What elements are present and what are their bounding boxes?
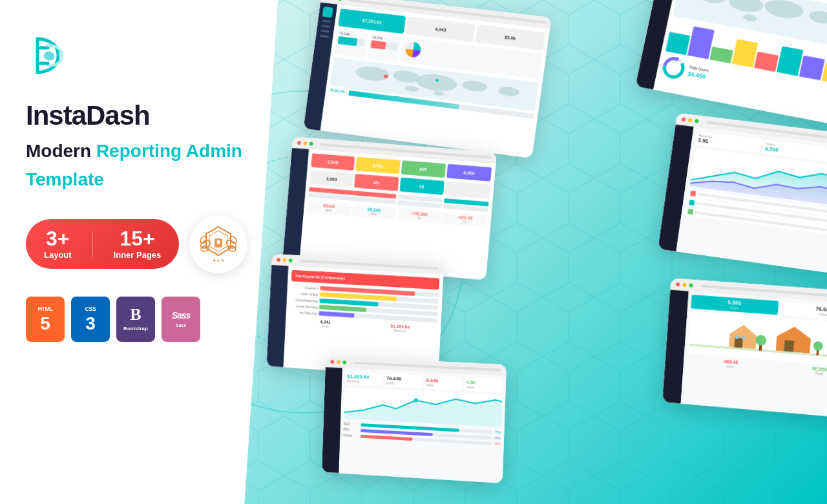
dot-green-7	[342, 361, 346, 364]
card-content-5: Revenue 3.55 Users 4,500 Growth +12%	[658, 125, 827, 281]
dot-green-3	[289, 258, 293, 262]
svg-point-39	[813, 341, 823, 352]
svg-rect-9	[218, 242, 220, 244]
svg-point-14	[415, 72, 459, 94]
svg-rect-34	[742, 336, 746, 339]
pages-count: 15+	[120, 228, 154, 249]
card-content-4: Total Users 34,450	[635, 0, 827, 125]
dot-red-5	[682, 117, 686, 121]
dashboard-card-1: $7,323.54 4,043 $3.6k 76.64k	[303, 0, 551, 158]
dot-green-2	[309, 142, 313, 145]
html5-icon: HTML 5	[26, 297, 65, 342]
brand-logo	[26, 32, 72, 79]
dot-green	[338, 0, 342, 1]
svg-marker-31	[776, 326, 811, 353]
dot-green-5	[695, 119, 699, 123]
dot-red-7	[330, 360, 334, 364]
dot-red-3	[277, 258, 280, 262]
left-panel: InstaDash Modern Reporting Admin Templat…	[0, 0, 278, 504]
main-5: Revenue 3.55 Users 4,500 Growth +12%	[676, 127, 827, 280]
dashboard-card-5: Revenue 3.55 Users 4,500 Growth +12%	[658, 112, 827, 280]
award-badge: ★ ★ ★	[189, 215, 247, 273]
stat-pages: 15+ Inner Pages	[114, 228, 162, 260]
svg-rect-32	[784, 340, 794, 352]
tagline-part2: Template	[26, 169, 104, 189]
svg-point-12	[355, 65, 390, 82]
svg-point-15	[461, 79, 488, 93]
layout-count: 3+	[46, 228, 69, 249]
card-main-content-1: $7,323.54 4,043 $3.6k 76.64k	[320, 5, 550, 158]
svg-point-24	[808, 9, 827, 25]
sass-icon: Sass Sass	[162, 297, 200, 342]
svg-point-18	[433, 90, 445, 96]
svg-point-22	[728, 0, 765, 14]
dot-red-2	[297, 141, 301, 145]
tagline-highlight: Reporting Admin	[96, 141, 242, 161]
svg-point-37	[755, 335, 767, 346]
dashboard-card-4: Total Users 34,450	[635, 0, 827, 125]
tagline-line2: Template	[26, 168, 252, 191]
dot-yellow-2	[303, 142, 307, 145]
dot-red-6	[676, 282, 680, 287]
svg-point-23	[763, 0, 805, 21]
card-content-7: $1,323.54 Revenue 76.64k Users 8.64k Sal…	[322, 367, 506, 483]
stats-pill: 3+ Layout 15+ Inner Pages	[26, 219, 179, 269]
main-4: Total Users 34,450	[653, 0, 827, 125]
tagline-line1: Modern Reporting Admin	[26, 140, 252, 163]
css3-icon: CSS 3	[71, 297, 110, 342]
dashboard-card-7: $1,323.54 Revenue 76.64k Users 8.64k Sal…	[322, 356, 507, 483]
bootstrap-icon: B Bootstrap	[116, 297, 155, 342]
main-7: $1,323.54 Revenue 76.64k Users 8.64k Sal…	[339, 368, 507, 483]
line-chart-7	[344, 387, 502, 427]
tech-stack: HTML 5 CSS 3 B Bootstrap Sass Sass	[26, 297, 252, 342]
right-panel: $7,323.54 4,043 $3.6k 76.64k	[257, 0, 827, 504]
main-6: 5,500 Users 76.64k Views	[681, 291, 827, 419]
dot-yellow-3	[282, 258, 286, 262]
svg-point-17	[404, 85, 419, 92]
dot-green-6	[689, 283, 693, 288]
pages-label: Inner Pages	[114, 250, 162, 260]
stat-layout: 3+ Layout	[44, 228, 72, 260]
stat-divider	[92, 231, 93, 257]
svg-rect-33	[735, 335, 739, 339]
tagline: Modern Reporting Admin Template	[26, 140, 252, 197]
logo-area	[26, 32, 252, 79]
layout-label: Layout	[44, 250, 72, 260]
dashboard-card-6: 5,500 Users 76.64k Views	[662, 278, 827, 419]
svg-point-16	[498, 86, 520, 98]
card-content-1: $7,323.54 4,043 $3.6k 76.64k	[303, 3, 550, 158]
svg-text:★ ★ ★: ★ ★ ★	[213, 258, 224, 262]
dot-yellow-5	[688, 118, 693, 123]
svg-point-25	[742, 14, 757, 23]
dot-yellow-6	[682, 283, 687, 288]
svg-point-21	[697, 0, 727, 5]
dot-yellow-7	[337, 360, 340, 364]
tagline-part1: Modern	[26, 141, 96, 161]
stats-bar: 3+ Layout 15+ Inner Pages	[26, 215, 252, 273]
card-content-6: 5,500 Users 76.64k Views	[662, 289, 827, 419]
app-name: InstaDash	[26, 102, 252, 129]
